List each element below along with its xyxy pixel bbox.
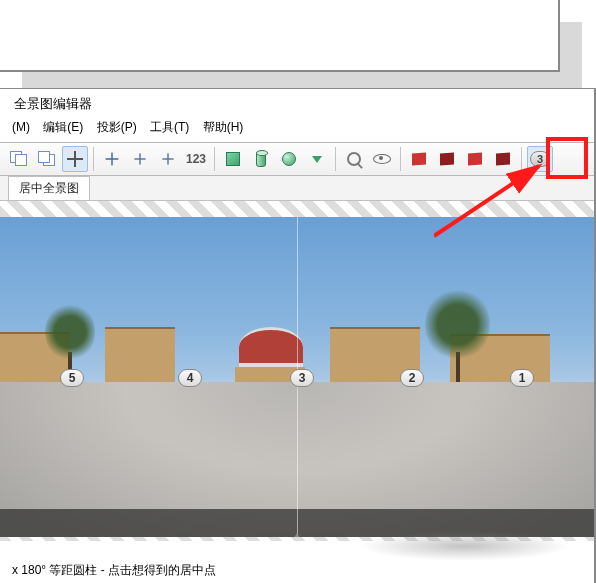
menu-edit[interactable]: 编辑(E) xyxy=(43,120,83,134)
toolbar-separator xyxy=(335,147,336,171)
image-marker[interactable]: 1 xyxy=(510,369,534,387)
toolbar: 123 3 xyxy=(0,142,594,176)
overlap-front-button[interactable] xyxy=(6,146,32,172)
menu-file[interactable]: (M) xyxy=(12,120,30,134)
preview-button[interactable] xyxy=(369,146,395,172)
align-v-button[interactable] xyxy=(155,146,181,172)
proj-dropdown-button[interactable] xyxy=(304,146,330,172)
transparency-strip-top xyxy=(0,201,594,217)
toolbar-separator xyxy=(93,147,94,171)
building-graphic xyxy=(105,327,175,382)
numeric-button[interactable]: 123 xyxy=(183,146,209,172)
tab-center-panorama[interactable]: 居中全景图 xyxy=(8,176,90,200)
mask-red2-button[interactable] xyxy=(462,146,488,172)
menu-tools[interactable]: 工具(T) xyxy=(150,120,189,134)
mask-red-button[interactable] xyxy=(406,146,432,172)
image-marker[interactable]: 4 xyxy=(178,369,202,387)
overlap-back-button[interactable] xyxy=(34,146,60,172)
proj-sphere-button[interactable] xyxy=(276,146,302,172)
mask-darkred2-button[interactable] xyxy=(490,146,516,172)
toolbar-separator xyxy=(214,147,215,171)
shadow-decoration xyxy=(360,531,570,561)
annotation-highlight-box xyxy=(546,137,588,179)
center-slider-handle[interactable] xyxy=(292,533,302,537)
image-marker[interactable]: 2 xyxy=(400,369,424,387)
toolbar-separator xyxy=(521,147,522,171)
tab-bar: 居中全景图 xyxy=(0,176,594,201)
menu-bar: (M) 编辑(E) 投影(P) 工具(T) 帮助(H) xyxy=(0,115,594,142)
status-bar-text: x 180° 等距圆柱 - 点击想得到的居中点 xyxy=(12,562,216,579)
align-h-button[interactable] xyxy=(127,146,153,172)
menu-projection[interactable]: 投影(P) xyxy=(97,120,137,134)
proj-cylinder-button[interactable] xyxy=(248,146,274,172)
toolbar-separator xyxy=(400,147,401,171)
crosshair-button[interactable] xyxy=(62,146,88,172)
tree-graphic xyxy=(425,287,490,382)
app-window: 全景图编辑器 (M) 编辑(E) 投影(P) 工具(T) 帮助(H) 123 3 xyxy=(0,88,596,583)
move-button[interactable] xyxy=(99,146,125,172)
menu-help[interactable]: 帮助(H) xyxy=(203,120,244,134)
proj-planar-button[interactable] xyxy=(220,146,246,172)
mask-darkred-button[interactable] xyxy=(434,146,460,172)
window-title: 全景图编辑器 xyxy=(0,89,594,115)
panorama-canvas[interactable]: 5 4 3 2 1 xyxy=(0,201,594,541)
zoom-button[interactable] xyxy=(341,146,367,172)
panorama-viewport[interactable]: 5 4 3 2 1 xyxy=(0,217,594,537)
image-marker[interactable]: 3 xyxy=(290,369,314,387)
image-marker[interactable]: 5 xyxy=(60,369,84,387)
